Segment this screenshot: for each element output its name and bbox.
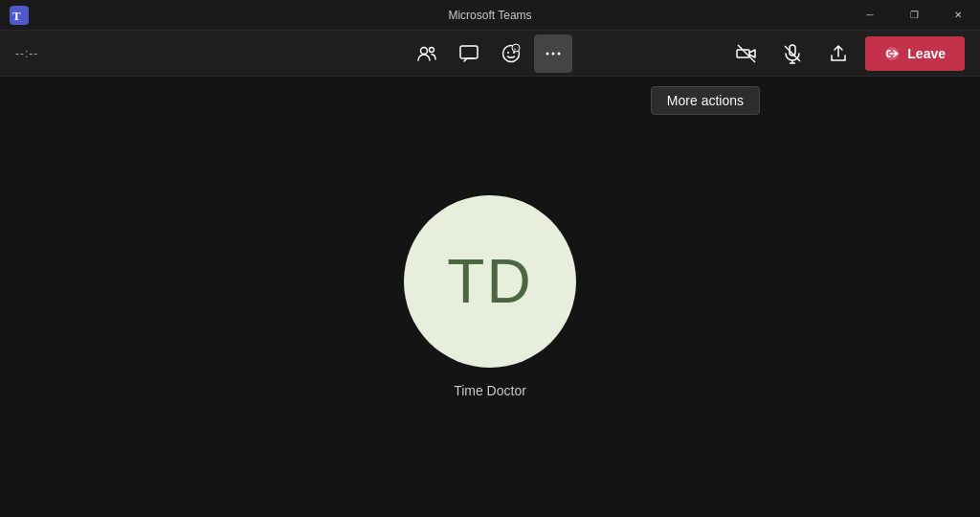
avatar-container: TD Time Doctor xyxy=(404,195,576,398)
svg-text:T: T xyxy=(12,9,21,23)
svg-point-10 xyxy=(546,52,549,55)
caller-name: Time Doctor xyxy=(454,383,526,398)
more-actions-button[interactable] xyxy=(534,34,572,73)
teams-logo-icon: T xyxy=(8,4,31,27)
minimize-button[interactable]: ─ xyxy=(848,0,892,31)
window-title: Microsoft Teams xyxy=(448,9,531,22)
svg-line-17 xyxy=(785,46,800,61)
svg-point-2 xyxy=(421,47,428,54)
more-actions-dropdown: More actions xyxy=(651,86,760,115)
main-content: More actions TD Time Doctor xyxy=(0,77,980,517)
svg-point-3 xyxy=(430,47,434,52)
leave-label: Leave xyxy=(907,46,946,61)
chat-button[interactable] xyxy=(450,34,488,73)
reactions-button[interactable]: + xyxy=(492,34,530,73)
svg-rect-4 xyxy=(460,46,478,58)
call-timer: --:-- xyxy=(15,47,38,60)
svg-point-12 xyxy=(558,52,561,55)
restore-button[interactable]: ❐ xyxy=(892,0,936,31)
svg-point-6 xyxy=(507,52,509,54)
title-bar: T Microsoft Teams ─ ❐ ✕ xyxy=(0,0,980,31)
window-controls[interactable]: ─ ❐ ✕ xyxy=(848,0,980,31)
toolbar-right: Leave xyxy=(727,34,965,73)
share-button[interactable] xyxy=(819,34,858,73)
title-bar-left: T xyxy=(8,4,31,27)
participants-button[interactable] xyxy=(408,34,446,73)
close-button[interactable]: ✕ xyxy=(936,0,980,31)
avatar-initials: TD xyxy=(447,246,532,317)
toolbar: --:-- + xyxy=(0,31,980,77)
avatar: TD xyxy=(404,195,576,368)
toolbar-left: --:-- xyxy=(15,47,38,60)
svg-text:+: + xyxy=(514,46,517,52)
svg-point-11 xyxy=(552,52,555,55)
toolbar-center: + xyxy=(408,34,572,73)
mute-button[interactable] xyxy=(773,34,812,73)
more-actions-label: More actions xyxy=(667,93,744,108)
leave-button[interactable]: Leave xyxy=(865,36,965,71)
camera-off-button[interactable] xyxy=(727,34,766,73)
svg-line-13 xyxy=(738,45,755,62)
